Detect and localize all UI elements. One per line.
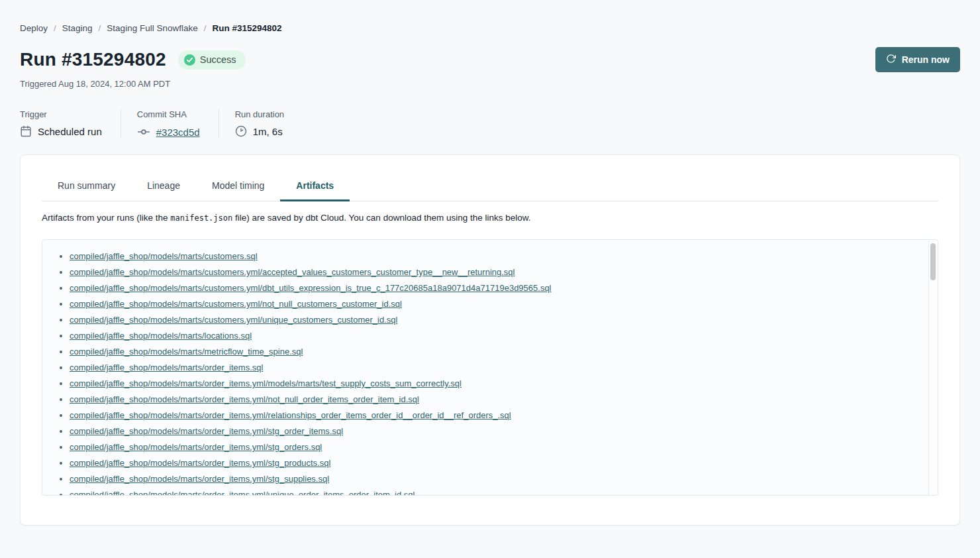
artifact-list-item: compiled/jaffle_shop/models/marts/metric… — [70, 344, 911, 360]
artifact-link[interactable]: compiled/jaffle_shop/models/marts/order_… — [70, 458, 330, 468]
tab-artifacts[interactable]: Artifacts — [280, 173, 350, 201]
artifact-link[interactable]: compiled/jaffle_shop/models/marts/custom… — [70, 315, 397, 325]
breadcrumb-separator: / — [99, 23, 101, 33]
status-badge-label: Success — [200, 54, 236, 65]
commit-sha-link[interactable]: #323cd5d — [156, 127, 200, 138]
run-detail-card: Run summary Lineage Model timing Artifac… — [20, 154, 960, 526]
artifact-list-item: compiled/jaffle_shop/models/marts/custom… — [70, 280, 911, 296]
artifact-link[interactable]: compiled/jaffle_shop/models/marts/order_… — [70, 442, 322, 452]
artifact-list-item: compiled/jaffle_shop/models/marts/order_… — [70, 455, 911, 471]
meta-trigger: Trigger Scheduled run — [20, 109, 121, 139]
artifact-link[interactable]: compiled/jaffle_shop/models/marts/custom… — [70, 283, 552, 293]
artifact-list-item: compiled/jaffle_shop/models/marts/order_… — [70, 487, 911, 496]
artifact-link[interactable]: compiled/jaffle_shop/models/marts/order_… — [70, 378, 462, 388]
artifact-list-item: compiled/jaffle_shop/models/marts/order_… — [70, 471, 911, 487]
rerun-icon — [886, 54, 896, 66]
artifact-list: compiled/jaffle_shop/models/marts/custom… — [42, 240, 938, 496]
artifacts-description: Artifacts from your runs (like the manif… — [42, 213, 938, 223]
clock-icon — [235, 125, 247, 137]
description-text: Artifacts from your runs (like the — [42, 213, 170, 223]
artifact-list-item: compiled/jaffle_shop/models/marts/order_… — [70, 376, 911, 392]
breadcrumb-staging-full-snowflake[interactable]: Staging Full Snowflake — [107, 23, 197, 33]
meta-duration: Run duration 1m, 6s — [219, 109, 303, 139]
trigger-label: Trigger — [20, 109, 102, 119]
artifact-list-item: compiled/jaffle_shop/models/marts/order_… — [70, 423, 911, 439]
manifest-json-code: manifest.json — [170, 213, 232, 223]
tab-bar: Run summary Lineage Model timing Artifac… — [42, 173, 938, 201]
breadcrumb: Deploy / Staging / Staging Full Snowflak… — [20, 23, 960, 33]
artifact-list-item: compiled/jaffle_shop/models/marts/order_… — [70, 439, 911, 455]
commit-sha-label: Commit SHA — [137, 109, 200, 119]
breadcrumb-deploy[interactable]: Deploy — [20, 23, 48, 33]
scrollbar-thumb[interactable] — [930, 243, 936, 280]
run-duration-label: Run duration — [235, 109, 284, 119]
artifact-link[interactable]: compiled/jaffle_shop/models/marts/custom… — [70, 267, 514, 277]
artifact-link[interactable]: compiled/jaffle_shop/models/marts/order_… — [70, 410, 511, 420]
git-commit-icon — [137, 125, 150, 139]
header-row: Run #315294802 Success Rerun now — [20, 47, 960, 72]
artifact-link[interactable]: compiled/jaffle_shop/models/marts/order_… — [70, 490, 415, 496]
artifact-list-item: compiled/jaffle_shop/models/marts/custom… — [70, 249, 911, 264]
rerun-button-label: Rerun now — [902, 54, 950, 65]
tab-lineage[interactable]: Lineage — [131, 173, 196, 201]
artifact-list-item: compiled/jaffle_shop/models/marts/custom… — [70, 264, 911, 280]
artifact-list-item: compiled/jaffle_shop/models/marts/order_… — [70, 360, 911, 376]
breadcrumb-separator: / — [204, 23, 207, 33]
page-title: Run #315294802 — [20, 49, 166, 70]
artifact-link[interactable]: compiled/jaffle_shop/models/marts/order_… — [70, 363, 263, 372]
description-text: file) are saved by dbt Cloud. You can do… — [232, 213, 530, 223]
breadcrumb-current-run: Run #315294802 — [212, 23, 281, 33]
artifact-list-item: compiled/jaffle_shop/models/marts/order_… — [70, 392, 911, 408]
success-check-icon — [184, 54, 195, 66]
tab-model-timing[interactable]: Model timing — [196, 173, 280, 201]
artifact-list-item: compiled/jaffle_shop/models/marts/locati… — [70, 328, 911, 344]
artifact-link[interactable]: compiled/jaffle_shop/models/marts/custom… — [70, 299, 402, 309]
artifact-link[interactable]: compiled/jaffle_shop/models/marts/locati… — [70, 331, 252, 341]
artifact-link[interactable]: compiled/jaffle_shop/models/marts/order_… — [70, 394, 419, 404]
run-duration-value: 1m, 6s — [253, 126, 283, 137]
triggered-timestamp: Triggered Aug 18, 2024, 12:00 AM PDT — [20, 79, 960, 89]
status-badge: Success — [178, 50, 246, 70]
scrollbar-track[interactable] — [928, 240, 938, 495]
artifact-list-item: compiled/jaffle_shop/models/marts/custom… — [70, 312, 911, 328]
trigger-value: Scheduled run — [38, 126, 102, 137]
artifact-link[interactable]: compiled/jaffle_shop/models/marts/metric… — [70, 347, 303, 357]
breadcrumb-staging[interactable]: Staging — [62, 23, 93, 33]
breadcrumb-separator: / — [54, 23, 56, 33]
artifact-list-item: compiled/jaffle_shop/models/marts/order_… — [70, 408, 911, 423]
artifact-link[interactable]: compiled/jaffle_shop/models/marts/custom… — [70, 251, 258, 261]
artifact-link[interactable]: compiled/jaffle_shop/models/marts/order_… — [70, 426, 343, 436]
artifact-list-container: compiled/jaffle_shop/models/marts/custom… — [42, 239, 938, 496]
calendar-icon — [20, 125, 32, 137]
artifact-link[interactable]: compiled/jaffle_shop/models/marts/order_… — [70, 474, 329, 484]
artifact-list-item: compiled/jaffle_shop/models/marts/custom… — [70, 296, 911, 312]
tab-run-summary[interactable]: Run summary — [42, 173, 131, 201]
run-detail-page: Deploy / Staging / Staging Full Snowflak… — [0, 0, 980, 526]
meta-commit: Commit SHA #323cd5d — [121, 109, 219, 139]
run-meta-row: Trigger Scheduled run Commit SHA — [20, 109, 960, 139]
rerun-now-button[interactable]: Rerun now — [875, 47, 960, 72]
